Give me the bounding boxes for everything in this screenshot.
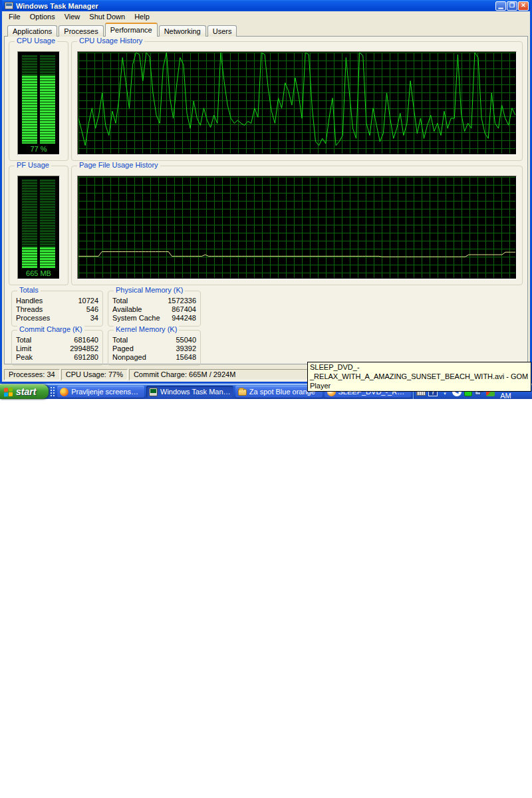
- totals-groupbox: Totals Handles 10724 Threads 546 Process…: [11, 291, 103, 327]
- commit-charge-peak-row: Peak 691280: [16, 353, 98, 362]
- kernel-memory-caption: Kernel Memory (K): [114, 325, 179, 333]
- status-commit-charge: Commit Charge: 665M / 2924M: [129, 369, 322, 380]
- stat-label: Nonpaged: [112, 353, 146, 362]
- menu-options[interactable]: Options: [25, 12, 60, 21]
- taskbar-button-task-manager[interactable]: Windows Task Manager: [146, 386, 233, 398]
- totals-handles-row: Handles 10724: [16, 297, 98, 305]
- cpu-usage-gauge: 77 %: [17, 51, 60, 155]
- start-label: start: [16, 386, 36, 397]
- status-cpu-usage: CPU Usage: 77%: [61, 369, 128, 380]
- cpu-history-graph: [78, 53, 515, 154]
- stat-value: 2994852: [70, 344, 98, 353]
- totals-threads-row: Threads 546: [16, 305, 98, 314]
- commit-charge-limit-row: Limit 2994852: [16, 344, 98, 353]
- totals-caption: Totals: [17, 286, 41, 294]
- menu-file[interactable]: File: [4, 12, 25, 21]
- stat-label: Peak: [16, 353, 33, 362]
- totals-processes-row: Processes 34: [16, 314, 98, 323]
- performance-tab-page: CPU Usage 77 % CPU Usage History PF Usag…: [4, 36, 528, 364]
- physical-memory-available-row: Available 867404: [112, 305, 196, 314]
- tab-users[interactable]: Users: [207, 25, 237, 37]
- cpu-history-groupbox: CPU Usage History: [71, 41, 523, 161]
- stat-value: 867404: [172, 305, 196, 314]
- tab-networking[interactable]: Networking: [159, 25, 206, 37]
- stat-value: 1572336: [168, 297, 196, 305]
- stat-label: Total: [112, 336, 128, 344]
- physical-memory-groupbox: Physical Memory (K) Total 1572336 Availa…: [108, 291, 201, 327]
- pf-history-frame: [77, 176, 517, 279]
- stat-label: Limit: [16, 344, 31, 353]
- commit-charge-groupbox: Commit Charge (K) Total 681640 Limit 299…: [11, 330, 103, 366]
- close-button[interactable]: ✕: [518, 1, 529, 11]
- gom-player-tooltip: SLEEP_DVD_-_RELAX_WITH_A_AMAZING_SUNSET_…: [307, 362, 531, 392]
- tab-strip: Applications Processes Performance Netwo…: [7, 24, 238, 37]
- maximize-button[interactable]: ❐: [507, 1, 517, 11]
- cpu-usage-groupbox: CPU Usage 77 %: [9, 41, 68, 161]
- physical-memory-total-row: Total 1572336: [112, 297, 196, 305]
- stat-value: 944248: [172, 314, 196, 323]
- stat-label: Available: [112, 305, 142, 314]
- pf-usage-caption: PF Usage: [15, 161, 51, 169]
- commit-charge-caption: Commit Charge (K): [17, 325, 84, 333]
- kernel-memory-paged-row: Paged 39392: [112, 344, 196, 353]
- cpu-history-caption: CPU Usage History: [77, 37, 144, 45]
- stat-value: 39392: [176, 344, 196, 353]
- task-manager-icon: [149, 388, 158, 396]
- stat-label: Processes: [16, 314, 50, 323]
- kernel-memory-nonpaged-row: Nonpaged 15648: [112, 353, 196, 362]
- window-title: Windows Task Manager: [16, 2, 495, 10]
- stat-label: Total: [16, 336, 31, 344]
- taskbar-button-firefox[interactable]: Pravljenje screenshot...: [57, 386, 144, 398]
- physical-memory-cache-row: System Cache 944248: [112, 314, 196, 323]
- cpu-usage-value: 77 %: [18, 144, 59, 154]
- kernel-memory-total-row: Total 55040: [112, 336, 196, 344]
- windows-flag-icon: [4, 387, 13, 396]
- stat-value: 34: [90, 314, 98, 323]
- stat-label: System Cache: [112, 314, 160, 323]
- tab-applications[interactable]: Applications: [7, 25, 57, 37]
- stat-label: Handles: [16, 297, 43, 305]
- menu-shutdown[interactable]: Shut Down: [84, 12, 130, 21]
- start-button[interactable]: start: [0, 384, 49, 399]
- task-manager-window: Windows Task Manager ▁ ❐ ✕ File Options …: [0, 0, 532, 384]
- commit-charge-total-row: Total 681640: [16, 336, 98, 344]
- firefox-icon: [60, 388, 68, 396]
- pf-usage-gauge: 665 MB: [17, 176, 60, 279]
- physical-memory-caption: Physical Memory (K): [114, 286, 185, 294]
- cpu-history-frame: [77, 51, 517, 155]
- stat-value: 691280: [74, 353, 98, 362]
- pf-history-groupbox: Page File Usage History: [71, 166, 523, 285]
- stat-label: Paged: [112, 344, 134, 353]
- stat-value: 15648: [176, 353, 196, 362]
- stat-label: Threads: [16, 305, 43, 314]
- stat-value: 55040: [176, 336, 196, 344]
- stat-label: Total: [112, 297, 128, 305]
- minimize-button[interactable]: ▁: [495, 1, 506, 11]
- pf-usage-groupbox: PF Usage 665 MB: [9, 166, 68, 285]
- folder-icon: [238, 389, 247, 396]
- pf-history-caption: Page File Usage History: [77, 161, 160, 169]
- status-processes: Processes: 34: [4, 369, 60, 380]
- menu-help[interactable]: Help: [130, 12, 154, 21]
- menu-view[interactable]: View: [60, 12, 85, 21]
- kernel-memory-groupbox: Kernel Memory (K) Total 55040 Paged 3939…: [108, 330, 201, 366]
- taskbar-grip[interactable]: [50, 386, 56, 397]
- cpu-usage-caption: CPU Usage: [15, 37, 57, 45]
- task-manager-app-icon: [5, 2, 13, 9]
- tab-performance[interactable]: Performance: [105, 23, 158, 37]
- pf-history-graph: [78, 177, 515, 278]
- stat-value: 681640: [74, 336, 98, 344]
- tab-processes[interactable]: Processes: [59, 25, 103, 37]
- menu-bar: File Options View Shut Down Help: [2, 11, 530, 22]
- stat-value: 546: [86, 305, 98, 314]
- title-bar[interactable]: Windows Task Manager ▁ ❐ ✕: [2, 0, 530, 11]
- pf-usage-value: 665 MB: [18, 269, 59, 279]
- stat-value: 10724: [78, 297, 98, 305]
